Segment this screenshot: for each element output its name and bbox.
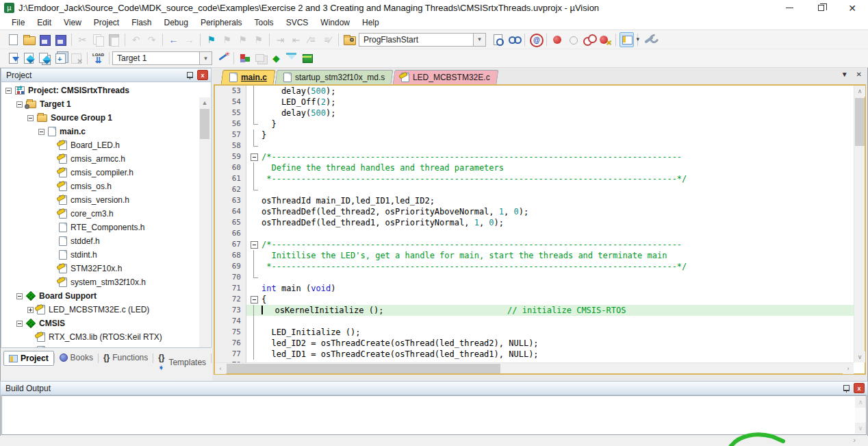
code-line-54[interactable]: 54 LED_Off(2); [215,97,854,108]
tree-item[interactable]: Source Group 1 [1,111,200,125]
bp-toggle-icon[interactable] [550,32,565,47]
minimize-button[interactable] [774,0,805,16]
line-number[interactable]: 59 [215,151,246,162]
collapse-icon[interactable] [16,101,23,108]
search-doc-icon[interactable] [491,32,505,47]
code-line-62[interactable]: 62 [215,184,854,195]
scroll-down-icon[interactable]: ∨ [854,351,865,362]
tree-item[interactable]: RTX_CM3.lib (RTOS:Keil RTX) [1,330,200,344]
code-line-64[interactable]: 64osThreadDef(led_thread2, osPriorityAbo… [215,206,854,217]
line-number[interactable]: 72 [215,294,246,305]
line-number[interactable]: 70 [215,272,246,283]
code-line-60[interactable]: 60 Define the thread handles and thread … [215,162,854,173]
expand-icon[interactable] [27,307,34,313]
code-line-73[interactable]: 73 osKernelInitialize (); // initialize … [215,305,854,316]
tree-item[interactable]: stddef.h [1,234,200,248]
code-line-77[interactable]: 77 led_ID1 = osThreadCreate(osThread(led… [215,349,854,360]
menu-item-project[interactable]: Project [88,16,125,29]
code-line-70[interactable]: 70 [215,272,854,283]
line-number[interactable]: 76 [215,338,246,349]
menu-item-debug[interactable]: Debug [158,16,194,29]
bp-kill-all-icon[interactable] [598,32,612,47]
line-number[interactable]: 74 [215,316,246,327]
code-line-65[interactable]: 65osThreadDef(led_thread1, osPriorityNor… [215,217,854,228]
collapse-icon[interactable] [16,293,23,299]
code-line-58[interactable]: 58 [215,140,854,151]
code-line-59[interactable]: 59/*------------------------------------… [215,151,854,162]
line-number[interactable]: 54 [215,97,246,108]
menu-item-peripherals[interactable]: Peripherals [194,16,248,29]
menu-item-flash[interactable]: Flash [125,16,157,29]
scroll-down-icon[interactable]: ∨ [855,423,866,434]
tree-item[interactable]: RTE_Components.h [1,221,200,234]
tree-item[interactable]: system_stm32f10x.h [1,275,200,289]
scroll-up-icon[interactable]: ∧ [855,397,866,408]
code-line-57[interactable]: 57} [215,129,854,140]
target-combobox[interactable]: Target 1 [112,51,200,65]
scroll-up-icon[interactable]: ▲ [199,97,210,108]
scroll-left-icon[interactable]: ‹ [215,363,226,374]
document-tab-main.c[interactable]: main.c [221,70,276,84]
build-output-vertical-scrollbar[interactable]: ∧ ∨ [855,397,865,434]
pack-icon[interactable] [301,51,315,66]
menu-item-view[interactable]: View [58,16,88,29]
scroll-right-icon[interactable]: › [843,363,854,374]
lookup-at-icon[interactable] [528,32,543,47]
tree-item[interactable]: CMSIS [1,317,200,330]
code-line-69[interactable]: 69 *------------------------------------… [215,261,854,272]
editor-vertical-scrollbar[interactable]: ∧ ∨ [854,86,865,362]
incremental-search-icon[interactable] [507,32,521,47]
line-number[interactable]: 58 [215,140,246,151]
line-number[interactable]: 65 [215,217,246,228]
find-combobox[interactable]: ProgFlashStart [359,33,474,47]
menu-item-help[interactable]: Help [356,16,385,29]
workspace-tab-books[interactable]: Books [55,351,98,364]
line-number[interactable]: 62 [215,184,246,195]
menu-item-file[interactable]: File [5,16,31,29]
code-line-68[interactable]: 68 Initilise the LED's, get a handle for… [215,250,854,261]
build-icon[interactable] [22,51,36,66]
project-panel-close-icon[interactable]: x [197,70,208,80]
pin-icon[interactable] [841,383,852,393]
wrench-icon[interactable] [641,32,656,47]
line-number[interactable]: 53 [215,86,246,97]
tree-item[interactable]: RTX_Conf_CM.c (RTOS:Keil RTX) [1,344,200,348]
code-line-66[interactable]: 66 [215,228,854,239]
new-file-icon[interactable] [6,32,21,47]
menu-item-window[interactable]: Window [314,16,356,29]
line-number[interactable]: 61 [215,173,246,184]
rte-diamond-icon[interactable]: ◆ [269,51,283,66]
line-number[interactable]: 63 [215,195,246,206]
tree-item[interactable]: cmsis_os.h [1,179,200,193]
workspace-tab-functions[interactable]: {}Functions [99,351,153,364]
nav-back-icon[interactable]: ← [166,32,181,47]
scroll-right-icon[interactable]: › [853,436,856,444]
tree-item[interactable]: cmsis_version.h [1,193,200,207]
fold-collapse-icon[interactable] [246,294,261,305]
code-line-63[interactable]: 63osThreadId main_ID,led_ID1,led_ID2; [215,195,854,206]
bp-disable-all-icon[interactable] [582,32,596,47]
find-combobox-arrow[interactable]: ▼ [474,33,486,47]
code-line-67[interactable]: 67/*------------------------------------… [215,239,854,250]
build-output-content[interactable]: ∧ ∨ [1,395,867,435]
project-tree-vertical-scrollbar[interactable]: ▲ ▼ [199,97,210,348]
code-view[interactable]: 53 delay(500);54 LED_Off(2);55 delay(500… [215,86,854,362]
line-number[interactable]: 66 [215,228,246,239]
editor-horizontal-scrollbar[interactable]: ‹ › [215,362,854,373]
line-number[interactable]: 75 [215,327,246,338]
tree-item[interactable]: main.c [1,125,200,138]
rebuild-icon[interactable] [38,51,52,66]
workspace-tab-templates[interactable]: {}➧Templates [153,351,211,374]
line-number[interactable]: 55 [215,108,246,119]
scroll-up-icon[interactable]: ∧ [854,86,865,97]
line-number[interactable]: 64 [215,206,246,217]
bp-enable-icon[interactable] [566,32,580,47]
build-output-close-icon[interactable]: x [854,383,865,393]
expand-icon[interactable] [27,348,34,349]
document-tab-LED_MCBSTM32E.c[interactable]: LED_MCBSTM32E.c [393,70,499,84]
code-line-74[interactable]: 74 [215,316,854,327]
line-number[interactable]: 69 [215,261,246,272]
batch-build-icon[interactable] [53,51,68,66]
collapse-icon[interactable] [5,88,12,94]
restore-button[interactable] [805,0,837,16]
